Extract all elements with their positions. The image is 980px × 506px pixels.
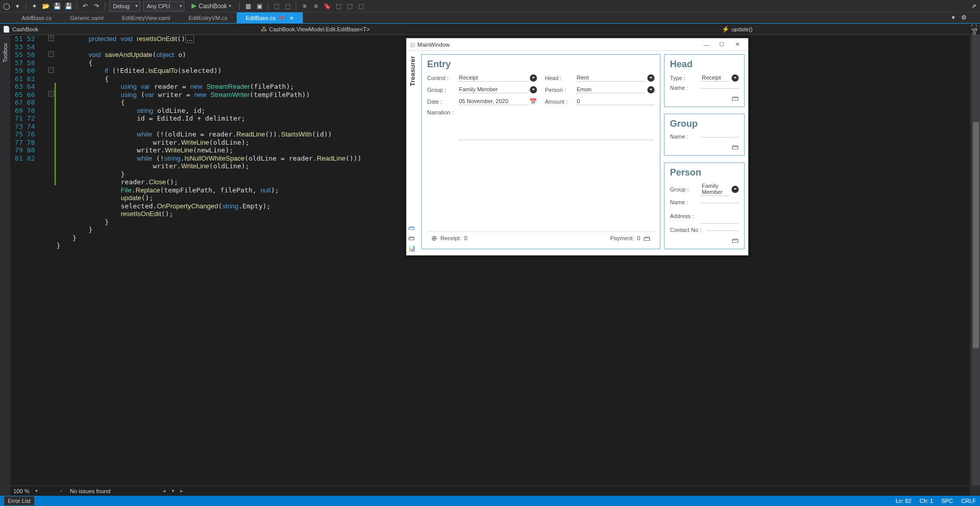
chevron-down-icon[interactable] xyxy=(647,74,655,82)
address-input[interactable] xyxy=(701,208,739,224)
group-name-input[interactable] xyxy=(701,136,739,138)
nav-next-icon[interactable]: ▸ xyxy=(180,488,183,494)
calendar-icon[interactable]: 📅 xyxy=(529,98,537,105)
person-heading: Person xyxy=(670,167,739,178)
maximize-icon[interactable]: ☐ xyxy=(714,41,729,48)
tool-icon[interactable]: ⬚ xyxy=(334,2,342,10)
narration-input[interactable] xyxy=(458,109,655,140)
tab-editentryview[interactable]: EditEntryView.xaml xyxy=(113,12,180,24)
db-add-icon[interactable]: 🗃 xyxy=(408,224,416,232)
group-dropdown[interactable]: Family Member xyxy=(458,86,528,93)
eol-indicator[interactable]: CRLF xyxy=(961,498,976,504)
head-heading: Head xyxy=(670,59,739,70)
chevron-down-icon[interactable] xyxy=(530,74,537,82)
tab-generic-xaml[interactable]: Generic.xaml xyxy=(61,12,113,24)
save-all-icon[interactable]: 💾 xyxy=(64,2,72,10)
undo-icon[interactable]: ↶ xyxy=(81,2,89,10)
db-icon[interactable]: 🗃 xyxy=(408,235,416,243)
control-dropdown[interactable]: Receipt xyxy=(458,74,528,82)
nav-fwd-icon[interactable]: ▾ xyxy=(13,2,22,10)
contact-input[interactable] xyxy=(707,229,739,231)
class-combo[interactable]: CashBook.ViewModel.Edit.EditBase<T> xyxy=(269,26,720,32)
add-icon[interactable]: ⊕ xyxy=(431,234,437,242)
scrollbar-thumb[interactable] xyxy=(973,122,979,348)
control-label: Control : xyxy=(427,75,456,81)
app-titlebar[interactable]: ▦ MainWindow — ☐ ✕ xyxy=(407,38,748,51)
pin-icon[interactable]: 📌 xyxy=(279,15,284,21)
share-icon[interactable]: ⇗ xyxy=(970,2,978,10)
tool-icon[interactable]: ⬚ xyxy=(283,2,292,10)
minimize-icon[interactable]: — xyxy=(699,42,714,48)
entry-heading: Entry xyxy=(427,59,655,70)
platform-dropdown[interactable]: Any CPU xyxy=(143,1,184,11)
tool-icon[interactable]: ⬚ xyxy=(357,2,365,10)
app-title: MainWindow xyxy=(417,42,699,48)
chevron-down-icon[interactable] xyxy=(647,86,655,93)
redo-icon[interactable]: ↷ xyxy=(92,2,101,10)
nav-prev-icon[interactable]: ◂ xyxy=(163,488,166,494)
open-icon[interactable]: 📂 xyxy=(42,2,50,10)
db-add-icon[interactable]: 🗃 xyxy=(732,143,739,151)
line-indicator: Ln: 82 xyxy=(896,498,912,504)
navigation-bar: 📄 CashBook ⁂ CashBook.ViewModel.Edit.Edi… xyxy=(0,24,980,35)
tab-overflow-icon[interactable]: ▾ xyxy=(949,13,957,22)
person-dropdown[interactable]: Emon xyxy=(576,86,646,93)
bookmark-icon[interactable]: 🔖 xyxy=(323,2,331,10)
tab-editbase[interactable]: EditBase.cs 📌 ✕ xyxy=(237,12,303,24)
tool-icon[interactable]: ▣ xyxy=(255,2,263,10)
date-input[interactable]: 05 November, 2020 xyxy=(458,98,527,105)
start-button[interactable]: CashBook ▾ xyxy=(187,3,235,10)
head-label: Head : xyxy=(545,75,574,81)
head-name-input[interactable] xyxy=(701,87,739,89)
app-sidebar-label: Treasurer xyxy=(409,56,416,86)
issues-status[interactable]: No issues found xyxy=(70,488,110,494)
fold-icon[interactable]: + xyxy=(48,35,54,41)
gear-icon[interactable]: ⚙ xyxy=(959,13,968,22)
tab-editentryvm[interactable]: EditEntryVM.cs xyxy=(179,12,236,24)
head-dropdown[interactable]: Rent xyxy=(576,74,646,82)
close-icon[interactable]: ✕ xyxy=(290,15,294,21)
project-combo[interactable]: CashBook xyxy=(12,26,259,32)
amount-label: Amount : xyxy=(545,99,574,105)
zoom-level[interactable]: 100 % xyxy=(13,488,29,494)
person-name-input[interactable] xyxy=(701,202,739,203)
tool-icon[interactable]: ⬚ xyxy=(272,2,280,10)
member-combo[interactable]: update() xyxy=(732,26,978,32)
entry-panel: Entry Control :Receipt Head :Rent Group … xyxy=(421,54,661,249)
start-label: CashBook xyxy=(199,3,227,10)
config-dropdown[interactable]: Debug xyxy=(109,1,140,11)
fold-icon[interactable]: − xyxy=(48,67,54,73)
close-icon[interactable]: ✕ xyxy=(729,41,745,48)
document-tabs: AddBase.cs Generic.xaml EditEntryView.xa… xyxy=(0,12,980,24)
tool-icon[interactable]: ≡ xyxy=(312,2,320,10)
type-dropdown[interactable]: Receipt xyxy=(701,74,729,82)
vertical-scrollbar[interactable] xyxy=(972,35,980,485)
col-indicator: Ch: 1 xyxy=(919,498,933,504)
db-add-icon[interactable]: 🗃 xyxy=(732,236,739,244)
app-icon: ▦ xyxy=(410,41,415,48)
fold-icon[interactable]: − xyxy=(48,91,54,96)
new-icon[interactable]: ✦ xyxy=(30,2,39,10)
payment-value: 0 xyxy=(637,235,640,241)
db-icon[interactable]: 🗃 xyxy=(643,234,650,242)
tool-icon[interactable]: ⬚ xyxy=(345,2,354,10)
tool-icon[interactable]: ≡ xyxy=(300,2,309,10)
chevron-down-icon[interactable] xyxy=(530,86,537,93)
save-icon[interactable]: 💾 xyxy=(53,2,61,10)
toolbox-panel[interactable]: Toolbox xyxy=(1,41,9,65)
nav-back-icon[interactable]: ◯ xyxy=(2,2,10,10)
amount-input[interactable]: 0 xyxy=(576,98,655,105)
indent-indicator[interactable]: SPC xyxy=(941,498,953,504)
chevron-down-icon[interactable] xyxy=(732,186,739,193)
chevron-down-icon[interactable] xyxy=(732,74,739,82)
person-panel: Person Group :Family Member Name : Addre… xyxy=(664,162,745,249)
chart-icon[interactable]: 📊 xyxy=(408,245,416,253)
tool-icon[interactable]: ▦ xyxy=(244,2,252,10)
fold-icon[interactable]: − xyxy=(48,51,54,57)
tab-addbase[interactable]: AddBase.cs xyxy=(12,12,61,24)
error-list-button[interactable]: Error List xyxy=(4,496,34,505)
person-group-dropdown[interactable]: Family Member xyxy=(701,182,729,196)
status-bar: Error List Ln: 82 Ch: 1 SPC CRLF xyxy=(0,496,980,506)
db-add-icon[interactable]: 🗃 xyxy=(732,94,739,102)
receipt-label: Receipt: xyxy=(440,235,461,241)
